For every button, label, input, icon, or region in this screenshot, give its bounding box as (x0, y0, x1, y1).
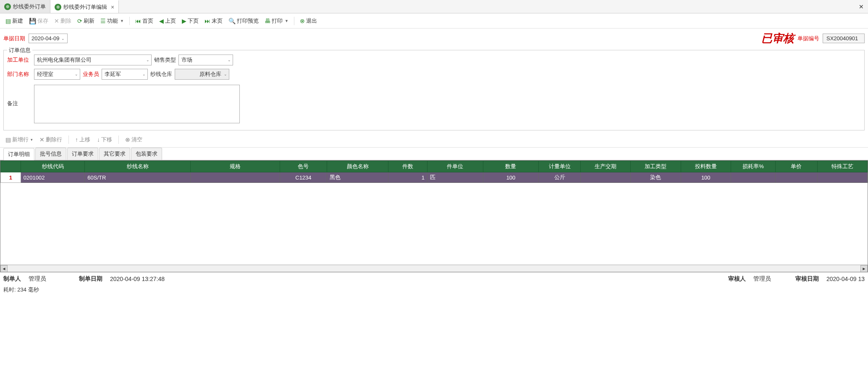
cell-qty[interactable]: 100 (483, 172, 539, 183)
subtab-batch[interactable]: 批号信息 (35, 148, 66, 160)
col-color-no[interactable]: 色号 (280, 161, 327, 172)
cell-price[interactable] (776, 172, 817, 183)
cell-uom[interactable]: 公斤 (539, 172, 580, 183)
clear-button[interactable]: ⊗清空 (123, 135, 144, 145)
doc-no-field[interactable]: SX20040901 (823, 34, 865, 43)
fieldset-legend: 订单信息 (7, 47, 32, 54)
yarn-wh-value: 原料仓库 (199, 70, 221, 78)
header-row: 单据日期 2020-04-09 ⌄ 已审核 单据编号 SX20040901 (0, 29, 868, 48)
make-date-label: 制单日期 (79, 275, 102, 283)
row-toolbar: ▤新增行▾ ✕删除行 ↑上移 ↓下移 ⊗清空 (0, 132, 868, 148)
cell-color-name[interactable]: 黑色 (327, 172, 388, 183)
separator (129, 17, 130, 25)
add-row-label: 新增行 (12, 136, 29, 143)
separator (118, 135, 119, 144)
cell-special[interactable] (817, 172, 867, 183)
status-line: 耗时: 234 毫秒 (0, 285, 868, 294)
dept-value: 经理室 (37, 70, 53, 78)
cell-spec[interactable] (191, 172, 280, 183)
next-label: 下页 (188, 17, 199, 25)
tab-yarn-order[interactable]: ⊕ 纱线委外订单 (0, 0, 50, 13)
remark-textarea[interactable] (34, 85, 240, 123)
chevron-down-icon: ⌄ (228, 58, 231, 62)
new-button[interactable]: ▤新建 (3, 16, 25, 26)
down-icon: ↓ (97, 136, 100, 143)
close-icon[interactable]: × (111, 4, 114, 10)
col-process-type[interactable]: 加工类型 (631, 161, 681, 172)
subtab-detail[interactable]: 订单明细 (3, 148, 34, 160)
delete-button[interactable]: ✕删除 (52, 16, 73, 26)
chevron-down-icon: ⌄ (61, 36, 65, 41)
cell-loss-rate[interactable] (731, 172, 775, 183)
print-preview-button[interactable]: 🔍打印预览 (226, 16, 261, 26)
date-label: 单据日期 (3, 35, 25, 42)
col-yarn-name[interactable]: 纱线名称 (85, 161, 191, 172)
salesman-combo[interactable]: 李延军⌄ (102, 69, 148, 80)
yarn-wh-combo[interactable]: 原料仓库⌄ (175, 69, 229, 80)
maker-value: 管理员 (29, 275, 46, 283)
delete-row-button[interactable]: ✕删除行 (37, 135, 64, 145)
prev-page-button[interactable]: ◀上页 (157, 16, 178, 26)
make-date-value: 2020-04-09 13:27:48 (110, 276, 165, 282)
add-row-button[interactable]: ▤新增行▾ (3, 135, 35, 145)
list-icon: ☰ (100, 18, 106, 24)
refresh-button[interactable]: ⟳刷新 (75, 16, 97, 26)
col-input-qty[interactable]: 投料数量 (681, 161, 731, 172)
col-special[interactable]: 特殊工艺 (817, 161, 867, 172)
print-button[interactable]: 🖶打印▼ (262, 16, 291, 26)
process-unit-combo[interactable]: 杭州电化集团有限公司⌄ (34, 55, 152, 65)
col-qty[interactable]: 数量 (483, 161, 539, 172)
sale-type-value: 市场 (181, 56, 192, 64)
grid-table: 纱线代码 纱线名称 规格 色号 颜色名称 件数 件单位 数量 计量单位 生产交期… (0, 161, 868, 183)
next-icon: ▶ (182, 18, 186, 24)
date-input[interactable]: 2020-04-09 ⌄ (29, 34, 68, 43)
col-loss-rate[interactable]: 损耗率% (731, 161, 775, 172)
first-page-button[interactable]: ⏮首页 (133, 16, 155, 26)
table-row[interactable]: 1 0201002 60S/TR C1234 黑色 1 匹 100 公斤 染色 … (1, 172, 868, 183)
move-up-button[interactable]: ↑上移 (73, 135, 92, 145)
horizontal-scrollbar[interactable]: ◄ ► (0, 265, 868, 272)
dept-label: 部门名称 (7, 70, 31, 78)
next-page-button[interactable]: ▶下页 (180, 16, 201, 26)
exit-icon: ⊗ (300, 18, 305, 24)
scroll-right-icon[interactable]: ► (860, 265, 868, 272)
add-row-icon: ▤ (5, 136, 11, 143)
col-yarn-code[interactable]: 纱线代码 (21, 161, 85, 172)
functions-button[interactable]: ☰功能▼ (98, 16, 126, 26)
col-price[interactable]: 单价 (776, 161, 817, 172)
tab-yarn-order-edit[interactable]: ⊕ 纱线委外订单编辑 × (50, 0, 119, 13)
cell-color-no[interactable]: C1234 (280, 172, 327, 183)
date-value: 2020-04-09 (31, 35, 60, 42)
col-pieces[interactable]: 件数 (388, 161, 427, 172)
cell-deliv-date[interactable] (580, 172, 630, 183)
scroll-track[interactable] (8, 265, 860, 272)
tab-label: 纱线委外订单编辑 (63, 3, 107, 11)
subtab-other-req[interactable]: 其它要求 (99, 148, 130, 160)
subtab-order-req[interactable]: 订单要求 (67, 148, 98, 160)
col-uom[interactable]: 计量单位 (539, 161, 580, 172)
exit-button[interactable]: ⊗退出 (298, 16, 319, 26)
sale-type-combo[interactable]: 市场⌄ (178, 55, 233, 65)
dept-combo[interactable]: 经理室⌄ (34, 69, 80, 80)
cell-input-qty[interactable]: 100 (681, 172, 731, 183)
col-color-name[interactable]: 颜色名称 (327, 161, 388, 172)
salesman-label: 业务员 (83, 70, 99, 78)
subtab-pack-req[interactable]: 包装要求 (131, 148, 162, 160)
cell-process-type[interactable]: 染色 (631, 172, 681, 183)
col-spec[interactable]: 规格 (191, 161, 280, 172)
row-header-corner (1, 161, 21, 172)
scroll-left-icon[interactable]: ◄ (0, 265, 8, 272)
cell-piece-unit[interactable]: 匹 (427, 172, 483, 183)
cell-pieces[interactable]: 1 (388, 172, 427, 183)
window-tabs: ⊕ 纱线委外订单 ⊕ 纱线委外订单编辑 × ✕ (0, 0, 868, 13)
window-close-icon[interactable]: ✕ (859, 3, 864, 10)
cell-yarn-code[interactable]: 0201002 (21, 172, 85, 183)
save-button[interactable]: 💾保存 (27, 16, 50, 26)
col-deliv-date[interactable]: 生产交期 (580, 161, 630, 172)
separator (68, 135, 69, 144)
last-page-button[interactable]: ⏭末页 (202, 16, 225, 26)
col-piece-unit[interactable]: 件单位 (427, 161, 483, 172)
main-toolbar: ▤新建 💾保存 ✕删除 ⟳刷新 ☰功能▼ ⏮首页 ◀上页 ▶下页 ⏭末页 🔍打印… (0, 13, 868, 29)
cell-yarn-name[interactable]: 60S/TR (85, 172, 191, 183)
move-down-button[interactable]: ↓下移 (95, 135, 114, 145)
